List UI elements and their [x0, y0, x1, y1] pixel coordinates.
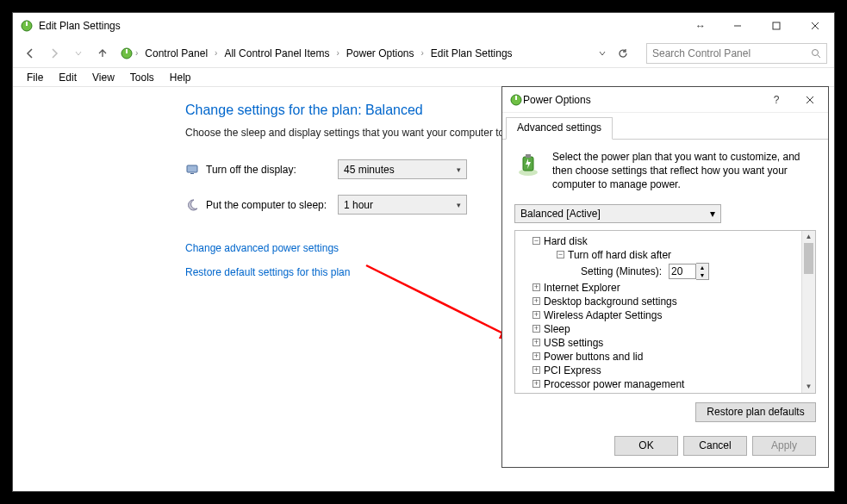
menu-help[interactable]: Help	[163, 70, 198, 85]
display-timeout-combo[interactable]: 45 minutes ▾	[338, 159, 467, 179]
svg-line-9	[818, 55, 820, 58]
svg-rect-19	[526, 154, 531, 158]
dialog-close-button[interactable]	[792, 96, 828, 104]
address-dropdown-button[interactable]	[594, 44, 611, 63]
svg-point-8	[813, 49, 819, 55]
chevron-down-icon: ▾	[457, 165, 461, 174]
scroll-up-button[interactable]: ▲	[802, 231, 815, 243]
settings-tree: −Hard disk −Turn off hard disk after Set…	[514, 230, 816, 394]
search-placeholder: Search Control Panel	[652, 47, 750, 59]
chevron-right-icon: ›	[213, 48, 219, 58]
expand-icon[interactable]: +	[532, 339, 540, 346]
svg-rect-11	[190, 173, 194, 174]
display-label: Turn off the display:	[206, 164, 296, 176]
nav-recent-dropdown[interactable]	[68, 43, 89, 64]
scroll-down-button[interactable]: ▼	[802, 381, 815, 393]
power-options-icon	[20, 19, 34, 33]
expand-icon[interactable]: +	[532, 352, 540, 360]
help-button[interactable]: ?	[761, 94, 792, 106]
power-plan-value: Balanced [Active]	[520, 208, 601, 220]
nav-up-button[interactable]	[92, 43, 113, 64]
close-button[interactable]	[795, 13, 834, 39]
chevron-down-icon: ▾	[710, 208, 715, 220]
control-panel-icon	[120, 47, 134, 60]
expand-icon[interactable]: +	[532, 311, 540, 319]
sleep-timeout-combo[interactable]: 1 hour ▾	[338, 195, 467, 215]
menu-file[interactable]: File	[20, 70, 50, 85]
power-plan-combo[interactable]: Balanced [Active] ▾	[514, 204, 721, 223]
display-timeout-value: 45 minutes	[344, 164, 395, 176]
chevron-right-icon: ›	[420, 48, 426, 58]
setting-minutes-input[interactable]	[669, 264, 696, 279]
maximize-button[interactable]	[757, 13, 795, 39]
tree-node[interactable]: +Power buttons and lid	[520, 350, 800, 364]
expand-icon[interactable]: +	[532, 283, 540, 291]
tree-node[interactable]: +Wireless Adapter Settings	[520, 308, 800, 322]
tree-node[interactable]: +Desktop background settings	[520, 295, 800, 308]
spin-up-button[interactable]: ▲	[696, 264, 708, 271]
svg-rect-14	[515, 96, 517, 100]
svg-rect-10	[187, 165, 197, 172]
battery-icon	[514, 150, 542, 192]
search-input[interactable]: Search Control Panel	[646, 43, 827, 64]
menu-tools[interactable]: Tools	[123, 70, 161, 85]
tree-node[interactable]: +Sleep	[520, 322, 800, 336]
apply-button[interactable]: Apply	[752, 436, 816, 456]
sleep-timeout-value: 1 hour	[344, 199, 373, 211]
tree-node[interactable]: +USB settings	[520, 336, 800, 350]
cancel-button[interactable]: Cancel	[683, 436, 747, 456]
expand-icon[interactable]: +	[532, 380, 540, 388]
expand-icon[interactable]: +	[532, 325, 540, 333]
svg-rect-1	[26, 22, 28, 26]
ok-button[interactable]: OK	[614, 436, 678, 456]
dialog-title: Power Options	[523, 94, 761, 106]
tree-setting-minutes: Setting (Minutes): ▲ ▼	[520, 262, 800, 281]
tree-scrollbar[interactable]: ▲ ▼	[801, 231, 815, 393]
svg-rect-7	[126, 49, 128, 53]
tab-advanced-settings[interactable]: Advanced settings	[506, 117, 613, 140]
breadcrumb-item[interactable]: Edit Plan Settings	[426, 44, 518, 63]
chevron-right-icon: ›	[334, 48, 340, 58]
setting-label: Setting (Minutes):	[581, 265, 662, 277]
breadcrumb-item[interactable]: All Control Panel Items	[219, 44, 334, 63]
address-bar: › Control Panel › All Control Panel Item…	[13, 39, 834, 68]
tree-node[interactable]: +PCI Express	[520, 364, 800, 377]
menu-view[interactable]: View	[85, 70, 121, 85]
menu-edit[interactable]: Edit	[52, 70, 84, 85]
breadcrumb-item[interactable]: Power Options	[341, 44, 420, 63]
tree-node[interactable]: +Internet Explorer	[520, 281, 800, 295]
window-title: Edit Plan Settings	[39, 20, 683, 32]
tree-node-turn-off-hard-disk[interactable]: −Turn off hard disk after	[520, 248, 800, 262]
refresh-button[interactable]	[614, 44, 632, 63]
sleep-icon	[185, 198, 199, 212]
power-options-dialog: Power Options ? Advanced settings Select…	[501, 86, 829, 468]
sleep-label: Put the computer to sleep:	[206, 199, 327, 211]
breadcrumb-item[interactable]: Control Panel	[140, 44, 213, 63]
breadcrumb[interactable]: › Control Panel › All Control Panel Item…	[116, 44, 586, 63]
display-icon	[185, 163, 199, 177]
dialog-description: Select the power plan that you want to c…	[552, 150, 816, 192]
chevron-down-icon: ▾	[457, 201, 461, 209]
tab-strip: Advanced settings	[502, 113, 828, 140]
power-options-icon	[509, 93, 523, 107]
search-icon	[811, 48, 821, 59]
resize-indicator-icon: ↔	[683, 20, 718, 32]
tree-node-hard-disk[interactable]: −Hard disk	[520, 234, 800, 248]
collapse-icon[interactable]: −	[532, 237, 540, 245]
expand-icon[interactable]: +	[532, 297, 540, 305]
chevron-right-icon: ›	[134, 48, 140, 58]
spin-down-button[interactable]: ▼	[696, 271, 708, 279]
svg-rect-3	[773, 22, 780, 29]
collapse-icon[interactable]: −	[557, 251, 564, 258]
scroll-thumb[interactable]	[804, 243, 813, 274]
tree-node[interactable]: +Processor power management	[520, 377, 800, 391]
restore-plan-defaults-button[interactable]: Restore plan defaults	[695, 402, 816, 422]
titlebar[interactable]: Edit Plan Settings ↔	[13, 13, 834, 39]
menu-bar: File Edit View Tools Help	[13, 68, 834, 87]
nav-back-button[interactable]	[20, 43, 40, 64]
minimize-button[interactable]	[718, 13, 757, 39]
expand-icon[interactable]: +	[532, 366, 540, 374]
dialog-titlebar[interactable]: Power Options ?	[502, 87, 828, 113]
nav-forward-button[interactable]	[44, 43, 65, 64]
